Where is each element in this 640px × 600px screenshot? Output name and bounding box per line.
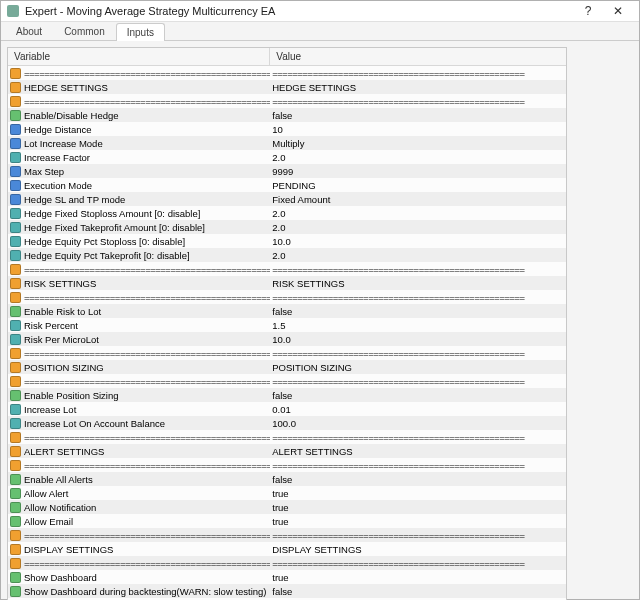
param-value-cell[interactable]: true	[270, 488, 566, 499]
param-value-cell[interactable]: 100.0	[270, 418, 566, 429]
param-value-cell[interactable]: ========================================…	[270, 376, 566, 387]
param-row[interactable]: Hedge Fixed Stoploss Amount [0: disable]…	[8, 206, 566, 220]
param-row[interactable]: Risk Percent1.5	[8, 318, 566, 332]
param-value-cell[interactable]: false	[270, 306, 566, 317]
param-row[interactable]: ========================================…	[8, 458, 566, 472]
param-row[interactable]: ========================================…	[8, 374, 566, 388]
type-icon	[10, 138, 21, 149]
param-row[interactable]: ========================================…	[8, 528, 566, 542]
param-value: 2.0	[272, 222, 285, 233]
param-row[interactable]: DISPLAY SETTINGSDISPLAY SETTINGS	[8, 542, 566, 556]
param-value-cell[interactable]: 2.0	[270, 250, 566, 261]
param-value-cell[interactable]: DISPLAY SETTINGS	[270, 544, 566, 555]
param-label: Hedge Fixed Stoploss Amount [0: disable]	[24, 208, 200, 219]
param-value-cell[interactable]: ALERT SETTINGS	[270, 446, 566, 457]
param-value-cell[interactable]: ========================================…	[270, 68, 566, 79]
tab-common[interactable]: Common	[53, 22, 116, 40]
param-label: Enable Position Sizing	[24, 390, 119, 401]
param-value-cell[interactable]: true	[270, 516, 566, 527]
param-value-cell[interactable]: 2.0	[270, 208, 566, 219]
param-value-cell[interactable]: HEDGE SETTINGS	[270, 82, 566, 93]
param-row[interactable]: Max Step9999	[8, 164, 566, 178]
param-value-cell[interactable]: ========================================…	[270, 558, 566, 569]
param-row[interactable]: Enable Position Sizingfalse	[8, 388, 566, 402]
param-value-cell[interactable]: POSITION SIZING	[270, 362, 566, 373]
param-row[interactable]: Enable Risk to Lotfalse	[8, 304, 566, 318]
param-row[interactable]: Enable/Disable Hedgefalse	[8, 108, 566, 122]
param-value: 2.0	[272, 152, 285, 163]
param-row[interactable]: Show Dashboardtrue	[8, 570, 566, 584]
param-label: Allow Alert	[24, 488, 68, 499]
tab-about[interactable]: About	[5, 22, 53, 40]
param-value-cell[interactable]: 2.0	[270, 152, 566, 163]
param-value-cell[interactable]: false	[270, 110, 566, 121]
param-row[interactable]: RISK SETTINGSRISK SETTINGS	[8, 276, 566, 290]
tab-inputs[interactable]: Inputs	[116, 23, 165, 41]
param-label: Allow Email	[24, 516, 73, 527]
param-row[interactable]: ========================================…	[8, 66, 566, 80]
param-value-cell[interactable]: 2.0	[270, 222, 566, 233]
param-value-cell[interactable]: true	[270, 502, 566, 513]
param-row[interactable]: Execution ModePENDING	[8, 178, 566, 192]
col-value[interactable]: Value	[270, 48, 566, 65]
close-button[interactable]: ✕	[603, 1, 633, 21]
param-label: ========================================…	[24, 432, 270, 443]
param-value-cell[interactable]: false	[270, 474, 566, 485]
type-icon	[10, 376, 21, 387]
param-value-cell[interactable]: PENDING	[270, 180, 566, 191]
param-row[interactable]: ALERT SETTINGSALERT SETTINGS	[8, 444, 566, 458]
param-row[interactable]: Lot Increase ModeMultiply	[8, 136, 566, 150]
type-icon	[10, 180, 21, 191]
param-value-cell[interactable]: 0.01	[270, 404, 566, 415]
param-label: Max Step	[24, 166, 64, 177]
param-value-cell[interactable]: RISK SETTINGS	[270, 278, 566, 289]
param-row[interactable]: Increase Factor2.0	[8, 150, 566, 164]
param-row[interactable]: Hedge Equity Pct Takeprofit [0: disable]…	[8, 248, 566, 262]
param-row[interactable]: Allow Emailtrue	[8, 514, 566, 528]
param-row[interactable]: ========================================…	[8, 346, 566, 360]
param-value-cell[interactable]: ========================================…	[270, 530, 566, 541]
param-row[interactable]: ========================================…	[8, 94, 566, 108]
param-row[interactable]: Increase Lot On Account Balance100.0	[8, 416, 566, 430]
param-value-cell[interactable]: 1.5	[270, 320, 566, 331]
param-row[interactable]: ========================================…	[8, 556, 566, 570]
param-row[interactable]: Hedge Distance10	[8, 122, 566, 136]
grid-body[interactable]: ========================================…	[8, 66, 566, 600]
param-row[interactable]: Show Dashboard during backtesting(WARN: …	[8, 584, 566, 598]
param-row[interactable]: Enable All Alertsfalse	[8, 472, 566, 486]
param-value-cell[interactable]: 10	[270, 124, 566, 135]
param-value: 1.5	[272, 320, 285, 331]
param-row[interactable]: Allow Notificationtrue	[8, 500, 566, 514]
param-value-cell[interactable]: Multiply	[270, 138, 566, 149]
param-row[interactable]: ========================================…	[8, 262, 566, 276]
param-value-cell[interactable]: 10.0	[270, 236, 566, 247]
param-row[interactable]: Hedge SL and TP modeFixed Amount	[8, 192, 566, 206]
param-value-cell[interactable]: 9999	[270, 166, 566, 177]
param-row[interactable]: Allow Alerttrue	[8, 486, 566, 500]
param-row[interactable]: Hedge Equity Pct Stoploss [0: disable]10…	[8, 234, 566, 248]
col-variable[interactable]: Variable	[8, 48, 270, 65]
help-button[interactable]: ?	[573, 1, 603, 21]
param-row[interactable]: HEDGE SETTINGSHEDGE SETTINGS	[8, 80, 566, 94]
param-value-cell[interactable]: ========================================…	[270, 432, 566, 443]
param-row[interactable]: Increase Lot0.01	[8, 402, 566, 416]
param-value-cell[interactable]: false	[270, 586, 566, 597]
param-label: ========================================…	[24, 96, 270, 107]
param-value-cell[interactable]: ========================================…	[270, 292, 566, 303]
param-row[interactable]: Hedge Fixed Takeprofit Amount [0: disabl…	[8, 220, 566, 234]
param-value-cell[interactable]: ========================================…	[270, 460, 566, 471]
param-value-cell[interactable]: ========================================…	[270, 348, 566, 359]
type-icon	[10, 152, 21, 163]
param-value-cell[interactable]: ========================================…	[270, 264, 566, 275]
param-value-cell[interactable]: Fixed Amount	[270, 194, 566, 205]
param-label: Risk Per MicroLot	[24, 334, 99, 345]
param-value-cell[interactable]: true	[270, 572, 566, 583]
expert-properties-window: Expert - Moving Average Strategy Multicu…	[0, 0, 640, 600]
param-value-cell[interactable]: ========================================…	[270, 96, 566, 107]
param-value-cell[interactable]: 10.0	[270, 334, 566, 345]
param-row[interactable]: ========================================…	[8, 430, 566, 444]
param-row[interactable]: POSITION SIZINGPOSITION SIZING	[8, 360, 566, 374]
param-value-cell[interactable]: false	[270, 390, 566, 401]
param-row[interactable]: ========================================…	[8, 290, 566, 304]
param-row[interactable]: Risk Per MicroLot10.0	[8, 332, 566, 346]
